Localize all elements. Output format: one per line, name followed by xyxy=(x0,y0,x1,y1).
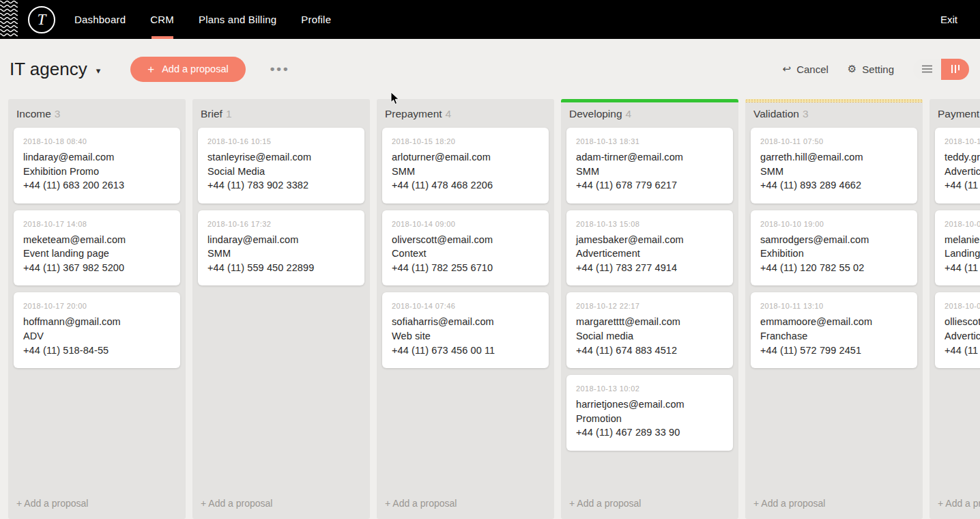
kanban-view-button[interactable] xyxy=(941,59,969,80)
card-phone: +44 (11) 683 200 2613 xyxy=(23,178,171,193)
proposal-card[interactable]: 2018-10-17 20:00 hoffmann@gmail.com ADV … xyxy=(14,292,180,368)
card-date: 2018-10-1 xyxy=(945,137,980,145)
card-date: 2018-10-10 19:00 xyxy=(760,220,908,228)
card-date: 2018-10-16 10:15 xyxy=(207,137,355,145)
gear-icon: ⚙ xyxy=(848,63,856,75)
card-email: lindaray@email.com xyxy=(207,233,355,247)
card-email: stanleyrise@email.com xyxy=(207,150,355,165)
board-toolbar: IT agency ▾ + Add a proposal ••• ↩ Cance… xyxy=(0,39,980,99)
card-phone: +44 (11) 467 289 33 90 xyxy=(576,425,723,440)
proposal-card[interactable]: 2018-10-13 18:31 adam-tirner@email.com S… xyxy=(566,128,733,204)
card-service: Social Media xyxy=(207,165,355,179)
column-title: Payment xyxy=(938,108,979,120)
more-options-icon[interactable]: ••• xyxy=(266,57,294,81)
add-card-link[interactable]: + Add a proposal xyxy=(192,490,370,519)
cancel-button[interactable]: ↩ Cancel xyxy=(783,63,828,75)
proposal-card[interactable]: 2018-10-18 08:40 lindaray@email.com Exhi… xyxy=(14,128,180,204)
column-count: 3 xyxy=(803,108,809,120)
card-phone: +44 (11) 367 982 5200 xyxy=(23,261,171,275)
card-email: emmamoore@email.com xyxy=(760,315,908,329)
proposal-card[interactable]: 2018-10-13 15:08 jamesbaker@email.com Ad… xyxy=(566,210,733,286)
card-email: hoffmann@gmail.com xyxy=(23,315,171,329)
proposal-card[interactable]: 2018-10-14 09:00 oliverscott@email.com C… xyxy=(382,210,549,286)
card-service: Social media xyxy=(576,329,723,343)
column-header: Payment3 xyxy=(929,99,980,126)
column-cards: 2018-10-13 18:31 adam-tirner@email.com S… xyxy=(561,126,738,490)
card-phone: +44 (11 xyxy=(945,261,980,275)
column-header: Income3 xyxy=(8,99,186,126)
card-email: garreth.hill@email.com xyxy=(760,150,908,165)
card-date: 2018-10-11 07:50 xyxy=(760,137,908,145)
proposal-card[interactable]: 2018-10-12 22:17 margaretttt@email.com S… xyxy=(566,292,733,368)
kanban-column-income: Income3 2018-10-18 08:40 lindaray@email.… xyxy=(8,99,186,519)
column-header: Validation3 xyxy=(745,102,923,126)
zigzag-pattern xyxy=(0,0,18,39)
card-service: Promotion xyxy=(576,412,723,426)
kanban-board: Income3 2018-10-18 08:40 lindaray@email.… xyxy=(0,99,980,519)
card-service: SMM xyxy=(392,165,539,179)
card-date: 2018-10-13 10:02 xyxy=(576,384,723,393)
card-service: Advertice xyxy=(945,329,980,343)
list-view-button[interactable] xyxy=(913,59,941,80)
nav-item-plans-and-billing[interactable]: Plans and Billing xyxy=(186,0,289,39)
column-title: Prepayment xyxy=(385,108,442,120)
card-service: Event landing page xyxy=(23,247,171,261)
column-title: Developing xyxy=(569,108,622,120)
card-email: oliverscott@email.com xyxy=(392,233,539,247)
cancel-label: Cancel xyxy=(796,64,828,75)
proposal-card[interactable]: 2018-10-17 14:08 meketeam@email.com Even… xyxy=(14,210,180,286)
setting-button[interactable]: ⚙ Setting xyxy=(848,63,894,75)
card-email: arloturner@email.com xyxy=(392,150,539,165)
view-toggle xyxy=(913,59,969,80)
add-proposal-label: Add a proposal xyxy=(162,64,229,74)
add-card-link[interactable]: + Add a proposal xyxy=(745,490,923,519)
add-proposal-button[interactable]: + Add a proposal xyxy=(130,57,245,82)
exit-link[interactable]: Exit xyxy=(940,14,957,25)
add-card-link[interactable]: + Add a proposal xyxy=(8,490,186,519)
proposal-card[interactable]: 2018-10-14 07:46 sofiaharris@email.com W… xyxy=(382,292,549,368)
card-phone: +44 (11) 572 799 2451 xyxy=(760,343,908,358)
card-date: 2018-10-17 20:00 xyxy=(23,302,171,310)
card-service: SMM xyxy=(207,247,355,261)
proposal-card[interactable]: 2018-10-1 teddy.gre Advertice +44 (11 xyxy=(935,128,980,204)
column-cards: 2018-10-1 teddy.gre Advertice +44 (11 20… xyxy=(929,126,980,490)
proposal-card[interactable]: 2018-10-0 olliescott Advertice +44 (11 xyxy=(935,292,980,368)
app-logo: T xyxy=(28,6,55,33)
card-email: samrodgers@email.com xyxy=(760,233,908,247)
nav-item-dashboard[interactable]: Dashboard xyxy=(62,0,138,39)
proposal-card[interactable]: 2018-10-13 10:02 harrietjones@email.com … xyxy=(566,375,733,451)
column-title: Validation xyxy=(753,108,799,120)
card-date: 2018-10-18 08:40 xyxy=(23,137,171,145)
card-service: Advertice xyxy=(945,165,980,179)
column-cards: 2018-10-15 18:20 arloturner@email.com SM… xyxy=(377,126,554,490)
proposal-card[interactable]: 2018-10-11 13:10 emmamoore@email.com Fra… xyxy=(751,292,917,368)
board-title-dropdown[interactable]: IT agency ▾ xyxy=(10,59,100,80)
card-email: olliescott xyxy=(945,315,980,329)
proposal-card[interactable]: 2018-10-16 10:15 stanleyrise@email.com S… xyxy=(198,128,364,204)
proposal-card[interactable]: 2018-10-16 17:32 lindaray@email.com SMM … xyxy=(198,210,364,286)
card-date: 2018-10-14 09:00 xyxy=(392,220,539,228)
column-count: 4 xyxy=(626,108,632,120)
proposal-card[interactable]: 2018-10-0 melanieb Landing +44 (11 xyxy=(935,210,980,286)
card-email: jamesbaker@email.com xyxy=(576,233,723,247)
nav-item-profile[interactable]: Profile xyxy=(289,0,343,39)
add-card-link[interactable]: + Add a proposal xyxy=(561,490,738,519)
proposal-card[interactable]: 2018-10-11 07:50 garreth.hill@email.com … xyxy=(751,128,917,204)
card-date: 2018-10-12 22:17 xyxy=(576,302,723,310)
toolbar-right: ↩ Cancel ⚙ Setting xyxy=(783,59,969,80)
card-phone: +44 (11) 893 289 4662 xyxy=(760,178,908,193)
card-date: 2018-10-15 18:20 xyxy=(392,137,539,145)
card-phone: +44 (11) 673 456 00 11 xyxy=(392,343,539,358)
proposal-card[interactable]: 2018-10-15 18:20 arloturner@email.com SM… xyxy=(382,128,549,204)
add-card-link[interactable]: + Add a proposal xyxy=(929,490,980,519)
card-service: ADV xyxy=(23,329,171,343)
card-phone: +44 (11) 783 902 3382 xyxy=(207,178,355,193)
card-service: Landing xyxy=(945,247,980,261)
card-email: meketeam@email.com xyxy=(23,233,171,247)
proposal-card[interactable]: 2018-10-10 19:00 samrodgers@email.com Ex… xyxy=(751,210,917,286)
column-cards: 2018-10-11 07:50 garreth.hill@email.com … xyxy=(745,126,923,490)
setting-label: Setting xyxy=(862,64,894,75)
add-card-link[interactable]: + Add a proposal xyxy=(377,490,554,519)
nav-item-crm[interactable]: CRM xyxy=(138,0,186,39)
column-title: Income xyxy=(16,108,51,120)
